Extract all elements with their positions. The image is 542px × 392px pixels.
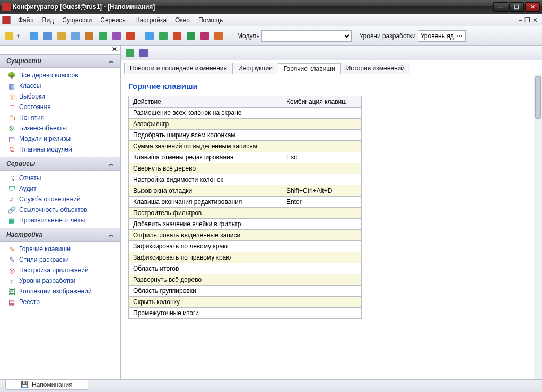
module-icon[interactable]: [111, 30, 123, 42]
doc-tab[interactable]: 💾 Напоминания: [5, 380, 88, 390]
sidebar-item-1-3[interactable]: 🔗Ссылочность объектов: [1, 204, 119, 215]
sidebar-item-icon: ✎: [7, 255, 16, 264]
cell-key: [282, 252, 362, 263]
book-icon[interactable]: [185, 30, 197, 42]
sidebar-item-icon: 🌳: [7, 71, 16, 79]
dev-level-more-icon[interactable]: ⋯: [457, 32, 463, 40]
sidebar-close-icon[interactable]: ✕: [0, 46, 120, 54]
sidebar-item-2-3[interactable]: ↕Уровни разработки: [1, 275, 119, 286]
table-row[interactable]: Отфильтровать выделенные записи: [129, 230, 362, 241]
sidebar-item-icon: ◎: [7, 92, 16, 101]
key-icon[interactable]: [3, 30, 15, 42]
menu-сервисы[interactable]: Сервисы: [96, 16, 131, 24]
mdi-close-icon[interactable]: ✕: [532, 16, 538, 24]
table-row[interactable]: Развернуть всё дерево: [129, 274, 362, 286]
sidebar-item-0-6[interactable]: ▤Модули и релизы: [1, 133, 119, 144]
sidebar-item-label: Понятия: [19, 114, 44, 121]
tab-0[interactable]: Новости и последние изменения: [124, 63, 233, 74]
main-toolbar: ▼ Модуль Уровни разработки Уровень яд ⋯: [0, 26, 542, 46]
table-row[interactable]: Область группировки: [129, 286, 362, 297]
sidebar-item-1-4[interactable]: ▦Произвольные отчёты: [1, 215, 119, 226]
cell-action: Сумма значений по выделенным записям: [129, 141, 282, 152]
close-button[interactable]: ✕: [525, 2, 540, 12]
sidebar-item-1-2[interactable]: ✓Служба оповещений: [1, 194, 119, 204]
picture-icon[interactable]: [97, 30, 109, 42]
sidebar-item-2-5[interactable]: ▤Реестр: [1, 297, 119, 307]
sidebar-item-0-3[interactable]: ◻Состояния: [1, 102, 119, 112]
sidebar-group-0[interactable]: Сущности︽: [0, 54, 120, 68]
tab-2[interactable]: Горячие клавиши: [278, 63, 341, 74]
table-row[interactable]: Промежуточные итоги: [129, 308, 362, 319]
cell-key: Esc: [282, 152, 362, 163]
menu-вид[interactable]: Вид: [38, 16, 58, 24]
plugin-icon[interactable]: [125, 30, 136, 42]
dev-level-field[interactable]: Уровень яд ⋯: [418, 30, 466, 42]
windows-icon[interactable]: [69, 30, 81, 42]
table-row[interactable]: Клавиша отмены редактированияEsc: [129, 152, 362, 163]
table-row[interactable]: Подобрать ширину всем колонкам: [129, 130, 362, 141]
sidebar-item-1-0[interactable]: 🖨Отчеты: [1, 173, 119, 183]
tree-icon[interactable]: [28, 30, 40, 42]
table-row[interactable]: Область итогов: [129, 263, 362, 274]
sidebar-item-0-1[interactable]: ▥Классы: [1, 81, 119, 91]
cell-key: [282, 297, 362, 308]
sidebar-item-2-0[interactable]: ✎Горячие клавиши: [1, 244, 119, 254]
key-dropdown-icon[interactable]: ▼: [16, 33, 21, 39]
report-icon[interactable]: [144, 30, 155, 42]
cell-key: [282, 174, 362, 185]
window-title: Конфигуратор [Guest@rus1] - [Напоминания…: [13, 3, 155, 11]
table-row[interactable]: Свернуть всё дерево: [129, 163, 362, 174]
table-row[interactable]: Скрыть колонку: [129, 297, 362, 308]
table-row[interactable]: Сумма значений по выделенным записям: [129, 141, 362, 152]
app-menu-icon[interactable]: [2, 16, 11, 24]
dev-levels-label: Уровни разработки: [359, 32, 415, 40]
menu-окно[interactable]: Окно: [171, 16, 194, 24]
menu-помощь[interactable]: Помощь: [194, 16, 227, 24]
scrollbar-thumb[interactable]: [535, 76, 541, 119]
table-row[interactable]: Клавиша окончания редактированияEnter: [129, 197, 362, 208]
menu-настройка[interactable]: Настройка: [131, 16, 171, 24]
sidebar-group-1[interactable]: Сервисы︽: [0, 157, 120, 171]
table-row[interactable]: Автофильтр: [129, 119, 362, 130]
table-row[interactable]: Настройка видимости колонок: [129, 174, 362, 185]
tab-1[interactable]: Инструкции: [232, 63, 278, 74]
mdi-minimize-icon[interactable]: –: [519, 16, 522, 24]
calendar-icon[interactable]: [213, 30, 224, 42]
sidebar-item-0-0[interactable]: 🌳Все дерево классов: [1, 70, 119, 81]
mdi-restore-icon[interactable]: ❐: [524, 16, 530, 24]
sidebar-item-label: Горячие клавиши: [19, 245, 71, 253]
sidebar-group-2[interactable]: Настройка︽: [0, 228, 120, 242]
menu-файл[interactable]: Файл: [14, 16, 38, 24]
export-icon[interactable]: [158, 30, 169, 42]
menu-сущности[interactable]: Сущности: [58, 16, 96, 24]
table-row[interactable]: Вызов окна отладкиShift+Ctrl+Alt+D: [129, 185, 362, 197]
sidebar-item-0-5[interactable]: ⚙Бизнес-объекты: [1, 123, 119, 133]
refresh-icon[interactable]: [124, 47, 136, 59]
sidebar-item-2-4[interactable]: 🖼Коллекции изображений: [1, 286, 119, 297]
briefcase-icon[interactable]: [83, 30, 95, 42]
registry-icon[interactable]: [199, 30, 211, 42]
table-row[interactable]: Зафиксировать по левому краю: [129, 241, 362, 252]
sidebar-item-icon: ↕: [7, 277, 16, 285]
gear-icon[interactable]: [56, 30, 67, 42]
table-row[interactable]: Размещение всех колонок на экране: [129, 108, 362, 119]
import-icon[interactable]: [171, 30, 183, 42]
tab-3[interactable]: История изменений: [340, 63, 410, 74]
grid-icon[interactable]: [42, 30, 54, 42]
sidebar-item-0-7[interactable]: ⧉Плагины модулей: [1, 144, 119, 155]
content-heading: Горячие клавиши: [128, 82, 535, 91]
sidebar-item-label: Выборки: [19, 93, 45, 100]
table-row[interactable]: Зафиксировать по правому краю: [129, 252, 362, 263]
sidebar-item-2-1[interactable]: ✎Стили раскраски: [1, 254, 119, 265]
scrollbar[interactable]: [534, 74, 542, 379]
table-row[interactable]: Построитель фильтров: [129, 208, 362, 219]
minimize-button[interactable]: —: [493, 2, 508, 12]
sidebar-item-0-2[interactable]: ◎Выборки: [1, 91, 119, 102]
sidebar-item-0-4[interactable]: 🗀Понятия: [1, 112, 119, 123]
table-row[interactable]: Добавить значение ячейки в фильтр: [129, 219, 362, 230]
sidebar-item-1-1[interactable]: 🛡Аудит: [1, 183, 119, 194]
maximize-button[interactable]: ☐: [509, 2, 524, 12]
sidebar-item-2-2[interactable]: ◎Настройка приложений: [1, 265, 119, 275]
module-select[interactable]: [261, 30, 352, 42]
door-icon[interactable]: [138, 47, 150, 59]
